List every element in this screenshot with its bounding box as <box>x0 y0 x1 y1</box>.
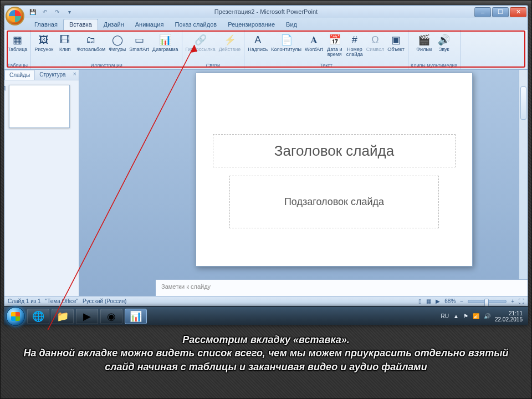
tab-анимация[interactable]: Анимация <box>130 19 170 30</box>
tab-outline[interactable]: Структура <box>35 70 70 80</box>
zoom-in-icon[interactable]: + <box>511 298 514 304</box>
clip-label: Клип <box>59 47 70 52</box>
smartart-label: SmartArt <box>129 47 149 52</box>
tab-рецензирование[interactable]: Рецензирование <box>222 19 280 30</box>
ribbon: ▦ТаблицаТаблицы🖼Рисунок🎞Клип🗂Фотоальбом◯… <box>4 30 528 70</box>
ribbon-tabs: ГлавнаяВставкаДизайнАнимацияПоказ слайдо… <box>4 18 528 30</box>
tray-lang[interactable]: RU <box>441 313 449 319</box>
qat-save-icon[interactable]: 💾 <box>28 7 38 16</box>
start-button[interactable] <box>6 307 25 326</box>
window-title: Презентация2 - Microsoft PowerPoint <box>4 8 528 15</box>
title-placeholder[interactable]: Заголовок слайда <box>213 134 456 167</box>
tray-action-center-icon[interactable]: ⚑ <box>463 313 468 319</box>
tab-дизайн[interactable]: Дизайн <box>98 19 130 30</box>
group-label: Клипы мультимедиа <box>411 62 458 69</box>
ribbon-hyperlink-button: 🔗Гиперссылка <box>185 33 217 53</box>
album-label: Фотоальбом <box>76 47 105 52</box>
zoom-value: 68% <box>444 298 456 304</box>
zoom-out-icon[interactable]: − <box>460 298 463 304</box>
pane-close-icon[interactable]: × <box>70 70 79 80</box>
hyperlink-label: Гиперссылка <box>186 47 216 52</box>
shapes-label: Фигуры <box>109 47 126 52</box>
tutorial-caption: Рассмотрим вкладку «вставка». На данной … <box>23 333 509 374</box>
vertical-scrollbar[interactable] <box>519 70 528 279</box>
sound-icon: 🔊 <box>437 33 451 47</box>
tray-network-icon[interactable]: 📶 <box>473 313 479 319</box>
ribbon-slidenum-button[interactable]: #Номер слайда <box>345 33 364 58</box>
caption-line-1: Рассмотрим вкладку «вставка». <box>23 333 509 346</box>
datetime-label: Дата и время <box>327 47 342 58</box>
ribbon-picture-button[interactable]: 🖼Рисунок <box>33 33 54 53</box>
windows-logo-icon <box>11 312 20 321</box>
sound-label: Звук <box>439 47 449 52</box>
slidenum-label: Номер слайда <box>346 47 363 58</box>
view-normal-icon[interactable]: ▯ <box>418 298 422 304</box>
group-label: Иллюстрации <box>90 62 122 69</box>
ribbon-datetime-button[interactable]: 📅Дата и время <box>325 33 344 58</box>
ribbon-textbox-button[interactable]: AНадпись <box>247 33 269 53</box>
close-button[interactable]: ✕ <box>510 7 526 17</box>
tab-показ слайдов[interactable]: Показ слайдов <box>169 19 222 30</box>
hf-label: Колонтитулы <box>271 47 301 52</box>
slide-thumbnail-1[interactable] <box>9 85 70 128</box>
tab-главная[interactable]: Главная <box>29 19 63 30</box>
qat-redo-icon[interactable]: ↷ <box>52 7 62 16</box>
tab-вставка[interactable]: Вставка <box>63 19 98 30</box>
taskbar-powerpoint-icon[interactable]: 📊 <box>125 309 147 324</box>
office-button[interactable] <box>6 7 24 25</box>
zoom-slider[interactable] <box>468 300 507 303</box>
titlebar: 💾 ↶ ↷ ▾ Презентация2 - Microsoft PowerPo… <box>4 6 528 18</box>
clip-icon: 🎞 <box>58 33 71 47</box>
ribbon-clip-button[interactable]: 🎞Клип <box>55 33 74 53</box>
notes-pane[interactable]: Заметки к слайду <box>156 279 528 296</box>
object-label: Объект <box>387 47 405 52</box>
ribbon-hf-button[interactable]: 📄Колонтитулы <box>270 33 303 53</box>
taskbar-chrome-icon[interactable]: ◉ <box>100 309 122 324</box>
status-language: Русский (Россия) <box>83 298 126 304</box>
movie-icon: 🎬 <box>417 33 431 47</box>
ribbon-group-связи: 🔗Гиперссылка⚡ДействиеСвязи <box>182 30 245 69</box>
tutorial-slide-frame: 💾 ↶ ↷ ▾ Презентация2 - Microsoft PowerPo… <box>0 0 532 399</box>
picture-icon: 🖼 <box>37 33 50 47</box>
fit-icon[interactable]: ⛶ <box>519 298 524 304</box>
frame-top-strip <box>1 1 531 5</box>
album-icon: 🗂 <box>84 33 98 47</box>
hyperlink-icon: 🔗 <box>194 33 207 47</box>
view-slideshow-icon[interactable]: ▶ <box>436 298 440 304</box>
tab-вид[interactable]: Вид <box>280 19 303 30</box>
symbol-label: Символ <box>366 47 384 52</box>
tray-volume-icon[interactable]: 🔊 <box>484 313 490 319</box>
textbox-label: Надпись <box>248 47 268 52</box>
table-label: Таблица <box>8 47 27 52</box>
subtitle-placeholder[interactable]: Подзаголовок слайда <box>229 176 439 228</box>
maximize-button[interactable]: ☐ <box>492 7 509 17</box>
taskbar-media-icon[interactable]: ▶ <box>76 309 98 324</box>
tab-slides[interactable]: Слайды <box>4 70 35 80</box>
quick-access-toolbar: 💾 ↶ ↷ ▾ <box>28 7 74 16</box>
taskbar-ie-icon[interactable]: 🌐 <box>27 309 49 324</box>
slides-pane-tabs: Слайды Структура × <box>4 70 79 80</box>
qat-undo-icon[interactable]: ↶ <box>40 7 50 16</box>
hf-icon: 📄 <box>280 33 293 47</box>
window-controls: – ☐ ✕ <box>474 7 528 17</box>
ribbon-object-button[interactable]: ▣Объект <box>386 33 406 53</box>
ribbon-wordart-button[interactable]: 𝐀WordArt <box>304 33 324 53</box>
tray-flag-icon[interactable]: ▲ <box>453 313 459 319</box>
ribbon-smartart-button[interactable]: ▭SmartArt <box>128 33 150 53</box>
slide-canvas[interactable]: Заголовок слайда Подзаголовок слайда <box>196 73 473 267</box>
datetime-icon: 📅 <box>328 33 341 47</box>
view-sorter-icon[interactable]: ▦ <box>426 298 431 304</box>
qat-dropdown-icon[interactable]: ▾ <box>64 7 74 16</box>
group-label: Текст <box>320 62 332 69</box>
wordart-label: WordArt <box>305 47 323 52</box>
ribbon-sound-button[interactable]: 🔊Звук <box>434 33 453 53</box>
ribbon-movie-button[interactable]: 🎬Фильм <box>415 33 433 53</box>
ribbon-shapes-button[interactable]: ◯Фигуры <box>108 33 127 53</box>
ribbon-album-button[interactable]: 🗂Фотоальбом <box>75 33 106 53</box>
taskbar-explorer-icon[interactable]: 📁 <box>52 309 74 324</box>
minimize-button[interactable]: – <box>474 7 491 17</box>
ribbon-table-button[interactable]: ▦Таблица <box>7 33 28 53</box>
tray-clock[interactable]: 21:11 22.02.2015 <box>495 310 523 323</box>
ribbon-chart-button[interactable]: 📊Диаграмма <box>151 33 180 53</box>
windows-taskbar: 🌐 📁 ▶ ◉ 📊 RU ▲ ⚑ 📶 🔊 21:11 22.02.2015 <box>4 306 528 325</box>
